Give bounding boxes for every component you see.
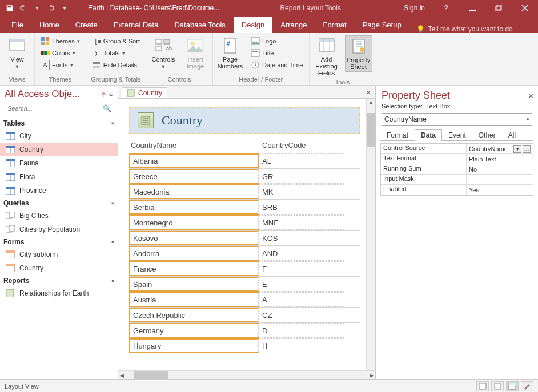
nav-search[interactable]: 🔍 xyxy=(5,103,114,114)
nav-item-relationships-for-earth[interactable]: Relationships for Earth xyxy=(0,286,118,300)
dropdown-icon[interactable]: ▾ xyxy=(513,145,521,153)
property-value[interactable]: Yes xyxy=(467,185,533,195)
themes-button[interactable]: Themes ▾ xyxy=(38,35,82,47)
nav-item-city[interactable]: City xyxy=(0,129,118,143)
nav-item-province[interactable]: Province xyxy=(0,184,118,197)
document-close-icon[interactable]: × xyxy=(362,88,375,97)
totals-button[interactable]: ∑Totals ▾ xyxy=(90,47,142,59)
tab-page-setup[interactable]: Page Setup xyxy=(355,17,409,33)
property-row[interactable]: Running SumNo xyxy=(381,164,533,175)
table-row[interactable]: MacedoniaMK xyxy=(129,184,360,199)
cell-countryname[interactable]: Hungary xyxy=(129,338,259,353)
undo-dropdown-icon[interactable]: ▼ xyxy=(31,2,43,14)
property-row[interactable]: EnabledYes xyxy=(381,185,533,195)
table-row[interactable]: MontenegroMNE xyxy=(129,215,360,230)
table-row[interactable]: AlbaniaAL xyxy=(129,153,360,168)
fonts-button[interactable]: AFonts ▾ xyxy=(38,59,82,71)
cell-countrycode[interactable]: A xyxy=(259,292,344,307)
property-row[interactable]: Input Mask xyxy=(381,175,533,185)
vertical-scrollbar[interactable]: ▲ xyxy=(366,99,375,370)
cell-countrycode[interactable]: MK xyxy=(259,184,344,199)
scroll-up-icon[interactable]: ▲ xyxy=(368,99,374,105)
group-sort-button[interactable]: ［≡Group & Sort xyxy=(90,35,142,47)
tab-file[interactable]: File xyxy=(3,17,31,33)
property-sheet-button[interactable]: Property Sheet xyxy=(345,35,372,72)
table-row[interactable]: KosovoKOS xyxy=(129,230,360,245)
nav-group-forms[interactable]: Forms« xyxy=(0,236,118,248)
tab-home[interactable]: Home xyxy=(31,17,67,33)
cell-countryname[interactable]: Germany xyxy=(129,323,259,338)
tab-database-tools[interactable]: Database Tools xyxy=(166,17,233,33)
column-header-code[interactable]: CountryCode xyxy=(260,141,346,149)
hide-details-button[interactable]: Hide Details xyxy=(90,59,142,71)
property-row[interactable]: Text FormatPlain Text xyxy=(381,154,533,164)
cell-countrycode[interactable]: F xyxy=(259,261,344,276)
help-icon[interactable]: ? xyxy=(433,0,459,16)
table-row[interactable]: AustriaA xyxy=(129,292,360,307)
cell-countrycode[interactable]: AL xyxy=(259,153,344,168)
logo-button[interactable]: Logo xyxy=(248,35,306,47)
property-row[interactable]: Control SourceCountryName▾… xyxy=(381,144,533,154)
ps-tab-format[interactable]: Format xyxy=(380,129,415,141)
nav-group-queries[interactable]: Queries« xyxy=(0,197,118,209)
ps-tab-all[interactable]: All xyxy=(502,129,522,141)
nav-group-reports[interactable]: Reports« xyxy=(0,275,118,286)
cell-countryname[interactable]: Greece xyxy=(129,169,259,184)
property-sheet-close-icon[interactable]: × xyxy=(528,91,533,100)
report-view-button[interactable] xyxy=(476,381,489,391)
table-row[interactable]: SpainE xyxy=(129,276,360,292)
page-numbers-button[interactable]: # Page Numbers xyxy=(216,35,244,71)
minimize-icon[interactable] xyxy=(459,0,485,16)
ps-tab-data[interactable]: Data xyxy=(415,129,442,141)
nav-pane-title[interactable]: All Access Obje... xyxy=(5,88,99,100)
cell-countryname[interactable]: Serbia xyxy=(129,200,259,215)
datetime-button[interactable]: Date and Time xyxy=(248,59,306,71)
cell-countryname[interactable]: Czech Republic xyxy=(129,308,259,322)
hscroll-thumb[interactable] xyxy=(134,371,168,379)
table-row[interactable]: GreeceGR xyxy=(129,168,360,184)
tab-create[interactable]: Create xyxy=(67,17,106,33)
nav-item-flora[interactable]: Flora xyxy=(0,170,118,184)
column-header-name[interactable]: CountryName xyxy=(129,141,260,149)
cell-countrycode[interactable]: GR xyxy=(259,169,344,184)
cell-countryname[interactable]: Montenegro xyxy=(129,215,259,230)
search-input[interactable] xyxy=(5,105,101,112)
document-tab-country[interactable]: Country xyxy=(122,87,167,98)
table-row[interactable]: Czech RepublicCZ xyxy=(129,307,360,322)
tab-design[interactable]: Design xyxy=(234,17,272,33)
table-row[interactable]: FranceF xyxy=(129,261,360,276)
cell-countryname[interactable]: France xyxy=(129,261,259,276)
nav-item-country[interactable]: Country xyxy=(0,143,118,156)
ps-tab-other[interactable]: Other xyxy=(472,129,502,141)
report-header[interactable]: Country xyxy=(129,107,360,134)
property-value[interactable]: CountryName▾… xyxy=(467,144,533,153)
controls-button[interactable]: ab Controls ▼ xyxy=(150,35,177,71)
cell-countrycode[interactable]: D xyxy=(259,323,344,338)
table-row[interactable]: SerbiaSRB xyxy=(129,199,360,215)
search-icon[interactable]: 🔍 xyxy=(101,104,114,112)
ps-tab-event[interactable]: Event xyxy=(442,129,472,141)
cell-countryname[interactable]: Macedonia xyxy=(129,184,259,199)
cell-countrycode[interactable]: SRB xyxy=(259,200,344,215)
add-existing-fields-button[interactable]: Add Existing Fields xyxy=(313,35,340,78)
cell-countrycode[interactable]: AND xyxy=(259,246,344,261)
cell-countrycode[interactable]: KOS xyxy=(259,231,344,245)
tab-format[interactable]: Format xyxy=(315,17,355,33)
property-value[interactable]: No xyxy=(467,164,533,174)
report-title[interactable]: Country xyxy=(162,113,203,128)
cell-countrycode[interactable]: H xyxy=(259,338,344,353)
print-preview-button[interactable] xyxy=(491,381,504,391)
table-row[interactable]: HungaryH xyxy=(129,338,360,353)
nav-item-cities-by-population[interactable]: Cities by Population xyxy=(0,223,118,236)
property-object-select[interactable]: CountryName ▾ xyxy=(382,113,532,126)
design-view-button[interactable] xyxy=(521,381,533,391)
cell-countryname[interactable]: Austria xyxy=(129,292,259,307)
nav-group-tables[interactable]: Tables« xyxy=(0,118,118,129)
builder-icon[interactable]: … xyxy=(523,145,531,153)
tab-arrange[interactable]: Arrange xyxy=(272,17,315,33)
scroll-left-icon[interactable]: ◀ xyxy=(118,373,126,378)
tell-me-search[interactable]: 💡 Tell me what you want to do xyxy=(409,25,520,33)
colors-button[interactable]: Colors ▾ xyxy=(38,47,82,59)
cell-countrycode[interactable]: CZ xyxy=(259,308,344,322)
close-icon[interactable] xyxy=(512,0,538,16)
